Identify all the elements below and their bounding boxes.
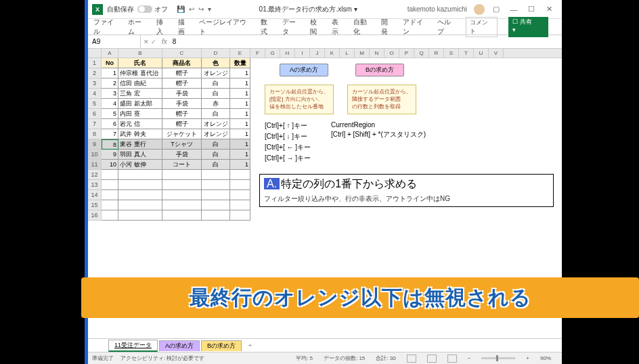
ribbon-options-icon[interactable]: ▢ — [487, 5, 505, 14]
tab-home[interactable]: ホーム — [128, 18, 148, 37]
tab-review[interactable]: 校閲 — [310, 18, 324, 37]
view-layout-icon[interactable] — [427, 355, 437, 363]
cell[interactable]: 岩元 信 — [118, 119, 162, 129]
minimize-icon[interactable]: — — [505, 5, 523, 14]
row-header[interactable]: 14 — [88, 190, 102, 200]
cell[interactable]: 1 — [230, 150, 250, 160]
zoom-slider[interactable] — [481, 357, 515, 359]
filename[interactable]: 01.最終データ行の求め方.xlsm ▾ — [213, 5, 403, 14]
cell[interactable]: オレンジ — [202, 68, 230, 78]
cell[interactable]: 氏名 — [118, 58, 162, 68]
cell[interactable]: 1 — [230, 119, 250, 129]
fx-icon[interactable]: fx — [162, 38, 167, 45]
cell[interactable]: 白 — [202, 109, 230, 119]
cell[interactable]: Tシャツ — [162, 139, 202, 150]
method-a-button[interactable]: Aの求め方 — [280, 64, 328, 76]
row-header[interactable]: 16 — [88, 210, 102, 221]
cell[interactable]: 3 — [102, 89, 118, 99]
sheet-tab-a[interactable]: Aの求め方 — [159, 340, 200, 351]
cell[interactable]: 白 — [202, 89, 230, 99]
cell[interactable]: 帽子 — [162, 109, 202, 119]
zoom-level[interactable]: 90% — [540, 355, 551, 361]
cell[interactable]: 1 — [102, 68, 118, 78]
quick-access-toolbar[interactable]: 💾↩↪▾ — [175, 5, 213, 13]
row-header[interactable]: 7 — [88, 119, 102, 129]
cell[interactable]: 白 — [202, 160, 230, 170]
cell[interactable]: 東谷 重行 — [118, 139, 162, 150]
cell[interactable]: No — [102, 58, 118, 68]
cell[interactable]: 三角 宏 — [118, 89, 162, 99]
cell[interactable]: 1 — [230, 139, 250, 150]
view-normal-icon[interactable] — [407, 355, 416, 363]
cell[interactable]: 10 — [102, 160, 118, 170]
method-b-button[interactable]: Bの求め方 — [355, 64, 404, 76]
cell[interactable]: 帽子 — [162, 68, 202, 78]
cell[interactable]: 白 — [202, 139, 230, 150]
cell[interactable]: オレンジ — [202, 129, 230, 139]
cell[interactable]: 1 — [230, 129, 250, 139]
cell[interactable]: 2 — [102, 78, 118, 89]
row-header[interactable]: 9 — [88, 139, 102, 150]
cell[interactable]: 8 — [102, 139, 118, 150]
tab-auto[interactable]: 自動化 — [353, 18, 374, 37]
cell[interactable]: 手袋 — [162, 150, 202, 160]
cell[interactable]: 赤 — [202, 99, 230, 109]
formula-input[interactable]: 8 — [170, 38, 177, 45]
cell[interactable]: 内田 葵 — [118, 109, 162, 119]
tab-insert[interactable]: 挿入 — [156, 18, 170, 37]
tab-dev[interactable]: 開発 — [381, 18, 395, 37]
cell[interactable]: 羽田 真人 — [118, 150, 162, 160]
cell[interactable]: 1 — [230, 160, 250, 170]
cell[interactable]: 小河 敏伸 — [118, 160, 162, 170]
close-icon[interactable]: ✕ — [540, 5, 558, 14]
row-header[interactable]: 1 — [88, 58, 102, 68]
new-sheet-button[interactable]: ＋ — [247, 341, 253, 350]
cell[interactable]: 1 — [230, 78, 250, 89]
cell[interactable]: 信田 由紀 — [118, 78, 162, 89]
avatar[interactable] — [474, 4, 485, 15]
tab-draw[interactable]: 描画 — [178, 18, 192, 37]
row-header[interactable]: 6 — [88, 109, 102, 119]
cell[interactable]: 盛田 新太郎 — [118, 99, 162, 109]
share-button[interactable]: ☐ 共有 ▾ — [508, 17, 548, 37]
tab-view[interactable]: 表示 — [332, 18, 345, 37]
tab-addin[interactable]: アドイン — [403, 18, 429, 37]
cell[interactable]: 9 — [102, 150, 118, 160]
enter-icon[interactable]: ✓ — [151, 39, 156, 45]
row-header[interactable]: 4 — [88, 89, 102, 99]
cell[interactable]: 色 — [202, 58, 230, 68]
sheet-tab-active[interactable]: 11受注データ — [108, 340, 158, 352]
name-box[interactable]: A9 — [88, 35, 141, 48]
row-header[interactable]: 5 — [88, 99, 102, 109]
cell[interactable]: 1 — [230, 99, 250, 109]
cell[interactable]: 1 — [230, 89, 250, 99]
cell[interactable]: 帽子 — [162, 78, 202, 89]
tab-data[interactable]: データ — [282, 18, 303, 37]
row-header[interactable]: 8 — [88, 129, 102, 139]
cell[interactable]: コート — [162, 160, 202, 170]
cell[interactable]: 商品名 — [162, 58, 202, 68]
autosave-toggle[interactable]: 自動保存 オフ — [107, 5, 168, 14]
user-name[interactable]: takemoto kazumichi — [407, 5, 467, 13]
column-headers[interactable]: ABCDE FGHIJKLMNOPQRSTUV — [88, 49, 562, 58]
cell[interactable]: 白 — [202, 78, 230, 89]
comment-button[interactable]: コメント — [466, 17, 498, 37]
row-header[interactable]: 10 — [88, 150, 102, 160]
row-header[interactable]: 12 — [88, 170, 102, 180]
maximize-icon[interactable]: ☐ — [523, 5, 540, 14]
tab-formula[interactable]: 数式 — [261, 18, 274, 37]
cell[interactable]: 帽子 — [162, 119, 202, 129]
view-break-icon[interactable] — [447, 355, 457, 363]
cell[interactable]: 1 — [230, 109, 250, 119]
row-header[interactable]: 3 — [88, 78, 102, 89]
row-header[interactable]: 15 — [88, 200, 102, 210]
cell[interactable]: 1 — [230, 68, 250, 78]
cell[interactable]: 白 — [202, 150, 230, 160]
tab-help[interactable]: ヘルプ — [437, 18, 458, 37]
cell[interactable]: 5 — [102, 109, 118, 119]
cell[interactable]: 仲宗根 喜代治 — [118, 68, 162, 78]
cell[interactable]: ジャケット — [162, 129, 202, 139]
cell[interactable]: 4 — [102, 99, 118, 109]
row-header[interactable]: 13 — [88, 180, 102, 190]
cell[interactable]: 手袋 — [162, 89, 202, 99]
